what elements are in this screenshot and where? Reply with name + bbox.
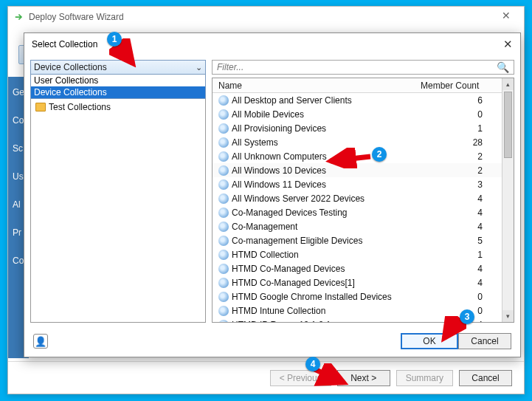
collection-row[interactable]: All Systems28 <box>213 135 502 149</box>
ok-button[interactable]: OK <box>401 333 458 349</box>
collection-row[interactable]: HTMD Collection1 <box>213 247 502 261</box>
collection-icon <box>218 95 229 106</box>
row-count: 0 <box>421 292 502 302</box>
list-header: Name Member Count <box>213 78 502 93</box>
collection-icon <box>218 137 229 148</box>
row-name: HTMD Co-Managed Devices[1] <box>232 278 421 288</box>
dialog-footer: 👤 OK Cancel <box>24 326 520 357</box>
collection-row[interactable]: HTMD Intune Collection0 <box>213 304 502 318</box>
wizard-cancel-button[interactable]: Cancel <box>459 370 512 386</box>
scroll-thumb[interactable] <box>504 92 512 158</box>
collection-type-dropdown: User Collections Device Collections <box>30 75 206 99</box>
row-name: HTMD Co-Managed Devices <box>232 264 421 274</box>
collection-icon <box>218 193 229 204</box>
collection-row[interactable]: HTMD Co-Managed Devices4 <box>213 261 502 275</box>
collection-icon <box>218 250 229 260</box>
scroll-down-icon[interactable]: ▾ <box>502 310 514 322</box>
collection-row[interactable]: All Mobile Devices0 <box>213 107 502 121</box>
summary-button: Summary <box>396 370 453 386</box>
row-count: 2 <box>421 165 502 176</box>
dialog-titlebar: Select Collection ✕ <box>24 33 520 55</box>
previous-button: < Previous <box>270 370 331 386</box>
dialog-close-button[interactable]: ✕ <box>503 38 513 51</box>
search-icon[interactable]: 🔍 <box>497 61 509 73</box>
wizard-icon <box>14 12 24 22</box>
collection-icon <box>218 222 229 232</box>
row-name: All Windows Server 2022 Devices <box>232 193 421 204</box>
collection-row[interactable]: Co-management Eligible Devices5 <box>213 233 502 247</box>
collection-icon <box>218 236 229 246</box>
collection-row[interactable]: All Windows 11 Devices3 <box>213 177 502 191</box>
annotation-marker-1: 1 <box>107 32 122 47</box>
tree-item-label: Test Collections <box>49 102 111 112</box>
row-count: 4 <box>421 222 502 232</box>
combo-option-user[interactable]: User Collections <box>31 75 205 86</box>
collection-icon <box>218 320 229 323</box>
folder-icon <box>35 103 46 112</box>
tree-item-root[interactable]: Test Collections <box>35 102 201 112</box>
annotation-marker-2: 2 <box>372 147 387 162</box>
filter-input[interactable] <box>217 62 480 72</box>
row-name: All Windows 11 Devices <box>232 179 421 190</box>
row-name: All Provisioning Devices <box>232 123 421 134</box>
combo-value: Device Collections <box>34 62 107 72</box>
row-name: HTMD IP Range 10.1.0.1 <box>232 320 421 323</box>
row-name: Co-Managed Devices Testing <box>232 208 421 218</box>
chevron-down-icon: ⌄ <box>196 63 202 72</box>
collection-icon <box>218 165 229 176</box>
dialog-title: Select Collection <box>32 39 97 49</box>
row-count: 28 <box>421 137 502 148</box>
collection-icon <box>218 109 229 120</box>
collection-row[interactable]: HTMD Google Chrome Installed Devices0 <box>213 289 502 304</box>
collection-icon <box>218 123 229 134</box>
collection-row[interactable]: All Provisioning Devices1 <box>213 121 502 135</box>
collection-icon <box>218 208 229 218</box>
row-count: 5 <box>421 236 502 246</box>
row-name: All Windows 10 Devices <box>232 165 421 176</box>
wizard-close-button[interactable]: ✕ <box>493 10 519 24</box>
collection-row[interactable]: HTMD Co-Managed Devices[1]4 <box>213 275 502 289</box>
collection-row[interactable]: All Windows Server 2022 Devices4 <box>213 191 502 205</box>
column-name[interactable]: Name <box>213 80 421 91</box>
row-count: 3 <box>421 179 502 190</box>
row-count: 4 <box>421 193 502 204</box>
collection-row[interactable]: All Unknown Computers2 <box>213 149 502 163</box>
row-name: All Systems <box>232 137 421 148</box>
scroll-up-icon[interactable]: ▴ <box>502 78 514 90</box>
collection-list: Name Member Count All Desktop and Server… <box>212 78 514 323</box>
next-button[interactable]: Next > <box>337 370 390 386</box>
collection-type-combo[interactable]: Device Collections ⌄ <box>30 60 206 75</box>
row-name: All Mobile Devices <box>232 109 421 120</box>
combo-option-device[interactable]: Device Collections <box>31 86 205 98</box>
collection-row[interactable]: All Desktop and Server Clients6 <box>213 93 502 107</box>
list-scrollbar[interactable]: ▴ ▾ <box>502 78 514 322</box>
collection-row[interactable]: Co-Management4 <box>213 219 502 233</box>
filter-box[interactable]: 🔍 <box>212 60 514 75</box>
collection-row[interactable]: Co-Managed Devices Testing4 <box>213 205 502 219</box>
collection-row[interactable]: All Windows 10 Devices2 <box>213 163 502 177</box>
wizard-titlebar: Deploy Software Wizard ✕ <box>8 7 524 27</box>
row-name: Co-management Eligible Devices <box>232 236 421 246</box>
row-count: 6 <box>421 95 502 106</box>
dialog-cancel-button[interactable]: Cancel <box>458 333 511 349</box>
collection-icon <box>218 292 229 302</box>
wizard-footer: < Previous Next > Summary Cancel <box>8 361 524 394</box>
collection-icon <box>218 179 229 190</box>
annotation-marker-3: 3 <box>460 309 474 324</box>
row-name: All Desktop and Server Clients <box>232 95 421 106</box>
row-count: 4 <box>421 208 502 218</box>
collection-icon <box>218 278 229 288</box>
collection-icon <box>218 151 229 162</box>
row-count: 1 <box>421 250 502 260</box>
row-name: HTMD Intune Collection <box>232 306 421 316</box>
row-name: HTMD Collection <box>232 250 421 260</box>
column-member-count[interactable]: Member Count <box>421 80 502 91</box>
user-collections-icon[interactable]: 👤 <box>33 334 48 349</box>
select-collection-dialog: Select Collection ✕ Device Collections ⌄… <box>24 32 521 357</box>
collection-icon <box>218 306 229 316</box>
collection-row[interactable]: HTMD IP Range 10.1.0.14 <box>213 318 502 322</box>
row-count: 4 <box>421 278 502 288</box>
row-name: All Unknown Computers <box>232 151 421 162</box>
annotation-marker-4: 4 <box>305 357 320 371</box>
collection-tree[interactable]: Test Collections <box>30 98 206 323</box>
